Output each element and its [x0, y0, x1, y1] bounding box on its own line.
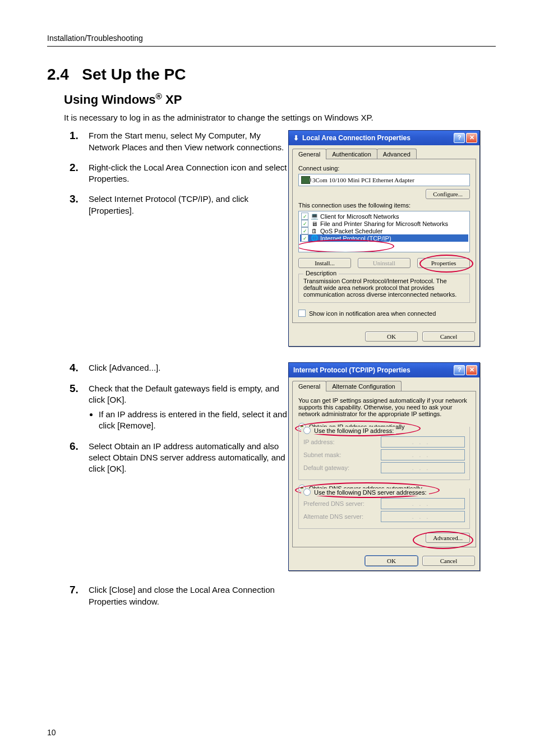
- tab-general[interactable]: General: [292, 381, 326, 391]
- ip-address-label: IP address:: [303, 439, 376, 445]
- gateway-field: ...: [381, 462, 465, 473]
- steps-list-part3: Click [Close] and close the Local Area C…: [70, 584, 288, 607]
- use-dns-radio[interactable]: Use the following DNS server addresses:: [301, 488, 429, 496]
- step-4-text: Click [Advanced...].: [89, 362, 288, 374]
- checkbox-icon[interactable]: ✓: [301, 213, 308, 220]
- cancel-button[interactable]: Cancel: [422, 556, 475, 566]
- items-label: This connection uses the following items…: [298, 202, 470, 209]
- use-ip-radio[interactable]: Use the following IP address:: [301, 427, 396, 434]
- step-5-bullet: If an IP address is entered in the field…: [99, 409, 288, 432]
- dialog2-panel: You can get IP settings assigned automat…: [292, 391, 476, 547]
- steps-list-part1: From the Start menu, select My Computer,…: [70, 130, 288, 216]
- section-title-text: Set Up the PC: [82, 66, 186, 83]
- step-2-text: Right-click the Local Area Connection ic…: [89, 162, 288, 185]
- adapter-name: 3Com 10/100 Mini PCI Ethernet Adapter: [312, 177, 414, 183]
- ok-button[interactable]: OK: [365, 556, 418, 566]
- item1-label: Client for Microsoft Networks: [320, 213, 399, 220]
- lan-properties-dialog: ⬇ Local Area Connection Properties ? ✕ G…: [288, 130, 480, 347]
- show-icon-label: Show icon in notification area when conn…: [309, 310, 436, 317]
- step-7-text: Click [Close] and close the Local Area C…: [89, 584, 288, 607]
- tcpip-properties-dialog: Internet Protocol (TCP/IP) Properties ? …: [288, 362, 480, 571]
- description-text: Transmission Control Protocol/Internet P…: [303, 278, 465, 298]
- checkbox-icon[interactable]: ✓: [301, 227, 308, 234]
- dialog1-title: Local Area Connection Properties: [302, 134, 411, 142]
- radio-icon: [303, 488, 311, 496]
- pref-dns-field: ...: [381, 498, 465, 509]
- subnet-label: Subnet mask:: [303, 451, 376, 458]
- properties-button[interactable]: Properties: [417, 258, 470, 268]
- checkbox-icon[interactable]: ✓: [301, 234, 308, 242]
- step-5: Check that the Default gateways field is…: [70, 383, 288, 432]
- steps-list-part2: Click [Advanced...]. Check that the Defa…: [70, 362, 288, 474]
- description-legend: Description: [303, 270, 339, 276]
- registered-mark: ®: [156, 91, 162, 101]
- connect-using-label: Connect using:: [298, 165, 470, 172]
- dialog2-blurb: You can get IP settings assigned automat…: [298, 397, 470, 417]
- use-dns-label: Use the following DNS server addresses:: [314, 489, 427, 496]
- alt-dns-label: Alternate DNS server:: [303, 513, 376, 520]
- step-3: Select Internet Protocol (TCP/IP), and c…: [70, 193, 288, 216]
- use-ip-label: Use the following IP address:: [314, 427, 394, 434]
- step-2: Right-click the Local Area Connection ic…: [70, 162, 288, 185]
- running-header: Installation/Troubleshooting: [47, 34, 496, 43]
- description-fieldset: Description Transmission Control Protoco…: [298, 274, 470, 303]
- list-item[interactable]: ✓ 🖥 File and Printer Sharing for Microso…: [300, 220, 468, 227]
- install-button[interactable]: Install...: [298, 258, 351, 268]
- configure-button[interactable]: Configure...: [426, 189, 470, 199]
- tab-general[interactable]: General: [292, 149, 326, 159]
- tab-advanced[interactable]: Advanced: [377, 149, 417, 159]
- cancel-button[interactable]: Cancel: [422, 331, 475, 342]
- checkbox-icon[interactable]: ✓: [301, 220, 308, 227]
- dialog2-titlebar[interactable]: Internet Protocol (TCP/IP) Properties ? …: [289, 363, 479, 377]
- alt-dns-field: ...: [381, 511, 465, 522]
- dialog1-titlebar[interactable]: ⬇ Local Area Connection Properties ? ✕: [289, 131, 479, 145]
- header-rule: [47, 46, 496, 47]
- tcpip-icon: 🌐: [311, 234, 318, 242]
- help-button[interactable]: ?: [454, 133, 465, 143]
- step-3-text: Select Internet Protocol (TCP/IP), and c…: [89, 193, 288, 216]
- use-dns-fieldset: Use the following DNS server addresses: …: [298, 488, 470, 529]
- step-4: Click [Advanced...].: [70, 362, 288, 374]
- help-button[interactable]: ?: [454, 365, 465, 375]
- step-5-sublist: If an IP address is entered in the field…: [99, 409, 288, 432]
- list-item-selected[interactable]: ✓ 🌐 Internet Protocol (TCP/IP): [300, 234, 468, 242]
- close-button[interactable]: ✕: [466, 365, 477, 375]
- subsection-suffix: XP: [162, 93, 182, 107]
- ok-button[interactable]: OK: [365, 331, 418, 342]
- step-5-text: Check that the Default gateways field is…: [89, 383, 288, 406]
- uninstall-button: Uninstall: [358, 258, 411, 268]
- dialog2-tabs: General Alternate Configuration: [289, 377, 479, 391]
- qos-icon: 🗓: [311, 227, 318, 234]
- step-1: From the Start menu, select My Computer,…: [70, 130, 288, 153]
- nic-status-icon: ⬇: [293, 134, 299, 142]
- adapter-field[interactable]: 3Com 10/100 Mini PCI Ethernet Adapter: [298, 174, 470, 186]
- client-icon: 💻: [311, 213, 318, 220]
- item4-label: Internet Protocol (TCP/IP): [320, 235, 391, 242]
- subnet-field: ...: [381, 449, 465, 460]
- tab-alternate-config[interactable]: Alternate Configuration: [326, 381, 402, 391]
- gateway-label: Default gateway:: [303, 464, 376, 471]
- subsection-prefix: Using Windows: [64, 93, 156, 107]
- share-icon: 🖥: [311, 220, 318, 227]
- list-item[interactable]: ✓ 💻 Client for Microsoft Networks: [300, 213, 468, 220]
- advanced-button[interactable]: Advanced...: [426, 533, 470, 543]
- step-1-text: From the Start menu, select My Computer,…: [89, 130, 288, 153]
- dialog1-tabs: General Authentication Advanced: [289, 145, 479, 159]
- dialog2-title: Internet Protocol (TCP/IP) Properties: [293, 366, 411, 374]
- pref-dns-label: Preferred DNS server:: [303, 500, 376, 507]
- subsection-title: Using Windows® XP: [64, 91, 496, 107]
- step-6: Select Obtain an IP address automaticall…: [70, 441, 288, 475]
- radio-icon: [303, 427, 311, 434]
- intro-text: It is necessary to log in as the adminis…: [64, 113, 496, 122]
- show-icon-checkbox[interactable]: ✓: [298, 310, 306, 317]
- tab-authentication[interactable]: Authentication: [326, 149, 377, 159]
- connection-items-list[interactable]: ✓ 💻 Client for Microsoft Networks ✓ 🖥 Fi…: [298, 211, 470, 252]
- list-item[interactable]: ✓ 🗓 QoS Packet Scheduler: [300, 227, 468, 234]
- step-7: Click [Close] and close the Local Area C…: [70, 584, 288, 607]
- section-number: 2.4: [47, 66, 69, 83]
- item3-label: QoS Packet Scheduler: [320, 228, 382, 234]
- section-title: 2.4 Set Up the PC: [47, 66, 496, 84]
- close-button[interactable]: ✕: [466, 133, 477, 143]
- page-number: 10: [47, 728, 56, 737]
- step-6-text: Select Obtain an IP address automaticall…: [89, 441, 288, 475]
